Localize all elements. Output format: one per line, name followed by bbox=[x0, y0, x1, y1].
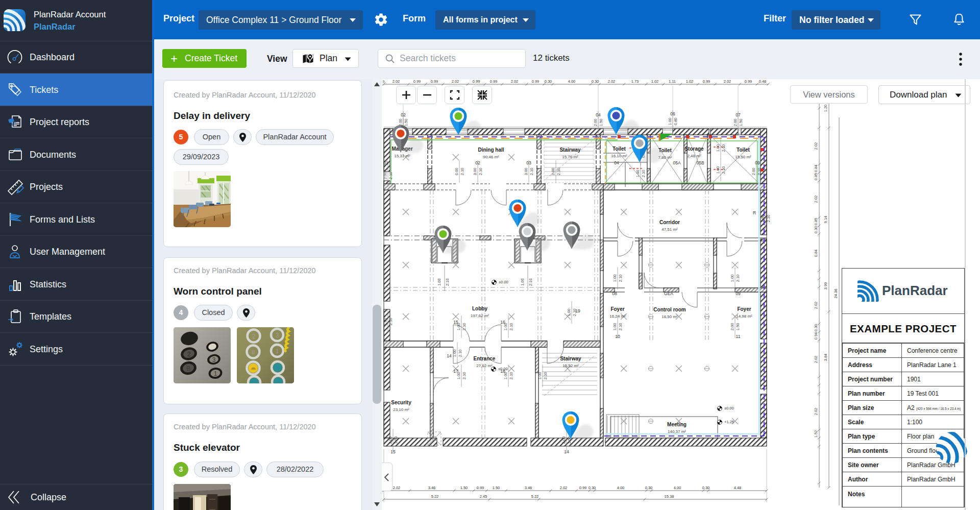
svg-text:1.00: 1.00 bbox=[635, 170, 640, 178]
svg-text:0.94: 0.94 bbox=[814, 332, 818, 340]
svg-text:Stairway: Stairway bbox=[559, 147, 581, 153]
svg-text:2.10: 2.10 bbox=[462, 323, 467, 331]
svg-text:23,10 m²: 23,10 m² bbox=[393, 407, 409, 412]
svg-text:1.00: 1.00 bbox=[383, 318, 387, 326]
svg-text:16,50 m²: 16,50 m² bbox=[662, 314, 678, 319]
svg-text:0.30: 0.30 bbox=[589, 485, 596, 490]
svg-text:2.00: 2.00 bbox=[388, 436, 393, 444]
svg-text:0.48: 0.48 bbox=[759, 79, 767, 84]
svg-text:08: 08 bbox=[612, 291, 617, 296]
svg-text:1: 1 bbox=[276, 348, 279, 354]
svg-text:0.84: 0.84 bbox=[814, 250, 818, 257]
svg-text:3.84: 3.84 bbox=[823, 354, 828, 361]
svg-text:2.02: 2.02 bbox=[814, 196, 818, 203]
svg-text:10: 10 bbox=[615, 334, 620, 339]
svg-text:05A: 05A bbox=[673, 160, 680, 165]
svg-text:2.10: 2.10 bbox=[458, 350, 462, 357]
svg-text:1.50: 1.50 bbox=[739, 119, 743, 127]
svg-text:16: 16 bbox=[500, 320, 505, 325]
svg-text:Toilet: Toilet bbox=[737, 147, 750, 153]
svg-text:2.10: 2.10 bbox=[528, 278, 533, 286]
svg-text:+1.25: +1.25 bbox=[724, 420, 734, 424]
svg-text:2.02: 2.02 bbox=[452, 79, 459, 84]
svg-text:2.10: 2.10 bbox=[529, 168, 534, 176]
svg-text:04: 04 bbox=[614, 160, 619, 165]
svg-text:0.99: 0.99 bbox=[473, 79, 480, 84]
svg-text:1.00: 1.00 bbox=[520, 278, 525, 286]
svg-text:1.73: 1.73 bbox=[631, 79, 639, 84]
svg-text:2: 2 bbox=[187, 350, 190, 358]
svg-text:16,10 m²: 16,10 m² bbox=[611, 154, 627, 158]
svg-text:2.10: 2.10 bbox=[445, 278, 450, 286]
svg-text:09: 09 bbox=[736, 291, 741, 296]
svg-text:15: 15 bbox=[453, 320, 458, 325]
svg-text:47,51 m²: 47,51 m² bbox=[662, 227, 678, 232]
svg-text:2.02: 2.02 bbox=[560, 485, 568, 490]
svg-text:0.30: 0.30 bbox=[592, 79, 599, 84]
svg-text:0.85: 0.85 bbox=[814, 173, 818, 181]
svg-text:2.10: 2.10 bbox=[462, 372, 467, 380]
svg-text:2.10: 2.10 bbox=[736, 275, 740, 282]
svg-text:0.84: 0.84 bbox=[814, 165, 818, 173]
svg-text:140,37 m²: 140,37 m² bbox=[668, 429, 686, 434]
svg-text:2.02: 2.02 bbox=[814, 408, 818, 416]
svg-text:2.00: 2.00 bbox=[733, 119, 738, 127]
svg-text:2.02: 2.02 bbox=[393, 79, 400, 84]
svg-text:0.80: 0.80 bbox=[673, 118, 678, 126]
svg-text:2: 2 bbox=[252, 333, 256, 340]
svg-text:2.10: 2.10 bbox=[641, 170, 646, 178]
svg-text:Foyer: Foyer bbox=[737, 306, 751, 312]
svg-text:Security: Security bbox=[391, 400, 411, 405]
svg-text:0.30: 0.30 bbox=[702, 485, 710, 490]
svg-text:B: B bbox=[186, 365, 190, 372]
svg-text:1.00: 1.00 bbox=[567, 309, 571, 317]
svg-text:2.10: 2.10 bbox=[757, 168, 762, 176]
svg-text:2.10: 2.10 bbox=[509, 323, 513, 331]
svg-text:±0.00: ±0.00 bbox=[724, 406, 734, 410]
svg-text:15,50 m²: 15,50 m² bbox=[735, 155, 751, 159]
svg-text:0.99: 0.99 bbox=[532, 79, 540, 84]
svg-text:15: 15 bbox=[390, 449, 396, 454]
svg-text:0.99: 0.99 bbox=[413, 79, 421, 84]
svg-text:2.02: 2.02 bbox=[511, 79, 519, 84]
svg-text:3: 3 bbox=[212, 356, 216, 363]
svg-text:2.10: 2.10 bbox=[721, 166, 726, 174]
svg-text:1.00: 1.00 bbox=[716, 144, 720, 152]
svg-text:1.50: 1.50 bbox=[599, 119, 603, 127]
svg-text:0.30: 0.30 bbox=[814, 324, 818, 332]
svg-text:2.02: 2.02 bbox=[393, 485, 401, 490]
svg-text:±0.00: ±0.00 bbox=[498, 367, 508, 371]
svg-text:0.99: 0.99 bbox=[477, 485, 484, 490]
svg-text:1.00: 1.00 bbox=[537, 372, 542, 380]
svg-text:14,98 m²: 14,98 m² bbox=[736, 314, 752, 319]
svg-text:3: 3 bbox=[276, 332, 279, 339]
svg-text:0.99: 0.99 bbox=[745, 79, 752, 84]
svg-text:9.14: 9.14 bbox=[823, 216, 828, 224]
svg-text:1.52: 1.52 bbox=[814, 430, 818, 438]
svg-text:1.00: 1.00 bbox=[668, 118, 672, 126]
svg-text:2.10: 2.10 bbox=[618, 323, 623, 331]
svg-text:2.00: 2.00 bbox=[551, 168, 555, 176]
svg-text:Toilet: Toilet bbox=[612, 146, 626, 152]
svg-text:0.99: 0.99 bbox=[579, 485, 587, 490]
svg-text:4.00: 4.00 bbox=[674, 485, 681, 490]
svg-text:3.46: 3.46 bbox=[428, 485, 436, 490]
svg-text:Corridor: Corridor bbox=[659, 220, 680, 225]
svg-text:2.45: 2.45 bbox=[480, 494, 487, 499]
svg-text:2.10: 2.10 bbox=[460, 168, 464, 176]
svg-text:2.10: 2.10 bbox=[388, 318, 393, 326]
svg-text:01: 01 bbox=[383, 160, 388, 165]
svg-text:1.50: 1.50 bbox=[394, 436, 398, 444]
svg-text:2.10: 2.10 bbox=[721, 144, 726, 152]
svg-text:2.00: 2.00 bbox=[751, 168, 756, 176]
svg-text:Storage: Storage bbox=[684, 146, 704, 152]
svg-text:15.38: 15.38 bbox=[665, 494, 674, 499]
svg-text:197,62 m²: 197,62 m² bbox=[471, 313, 489, 318]
svg-text:1.00: 1.00 bbox=[716, 166, 720, 174]
svg-text:1.00: 1.00 bbox=[761, 215, 765, 223]
svg-text:4.48: 4.48 bbox=[734, 485, 742, 490]
svg-text:3.46: 3.46 bbox=[525, 485, 532, 490]
svg-text:2.10: 2.10 bbox=[388, 172, 393, 180]
svg-text:2.02: 2.02 bbox=[814, 302, 818, 309]
svg-text:2.10: 2.10 bbox=[509, 372, 513, 380]
